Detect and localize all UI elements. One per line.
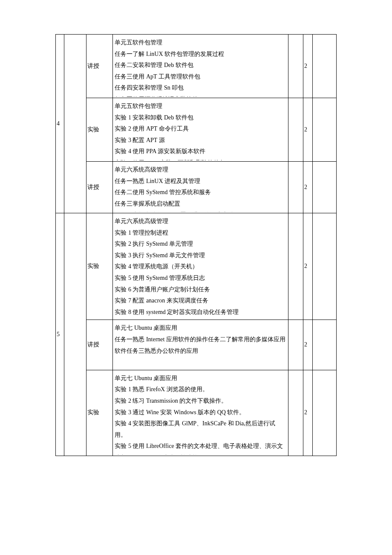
empty-col xyxy=(288,98,303,162)
content-cell: 单元六系统高级管理 任务一熟悉 LinUX 进程及其管理 任务二使用 SySte… xyxy=(113,162,288,213)
type-cell: 讲授 xyxy=(86,162,113,213)
empty-col xyxy=(312,213,336,320)
group-number: 5 xyxy=(56,213,64,456)
empty-col xyxy=(312,320,336,370)
hours-cell: 2 xyxy=(303,370,312,456)
empty-col xyxy=(288,320,303,370)
group-number: 4 xyxy=(56,35,64,213)
empty-col xyxy=(288,35,303,98)
empty-col xyxy=(64,35,86,213)
empty-col xyxy=(288,213,303,320)
empty-col xyxy=(288,162,303,213)
empty-col xyxy=(288,370,303,456)
hours-cell: 2 xyxy=(303,35,312,98)
empty-col xyxy=(64,213,86,456)
type-cell: 实验 xyxy=(86,213,113,320)
content-cell: 单元六系统高级管理 实验 1 管理控制进程 实验 2 执行 SyStemd 单元… xyxy=(113,213,288,320)
content-cell: 单元五软件包管理 实验 1 安装和卸载 Deb 软件包 实验 2 使用 APT … xyxy=(113,98,288,162)
hours-cell: 2 xyxy=(303,320,312,370)
content-cell: 单元七 Ubuntu 桌面应用 实验 1 熟悉 FirefoX 浏览器的使用。 … xyxy=(113,370,288,456)
empty-col xyxy=(312,162,336,213)
empty-col xyxy=(312,370,336,456)
type-cell: 实验 xyxy=(86,370,113,456)
hours-cell: 2 xyxy=(303,98,312,162)
hours-cell: 2 xyxy=(303,213,312,320)
content-cell: 单元七 Ubuntu 桌面应用 任务一熟悉 Internet 应用软件的操作任务… xyxy=(113,320,288,370)
course-schedule-table: 4 讲授 单元五软件包管理 任务一了解 LinUX 软件包管理的发展过程 任务二… xyxy=(55,34,337,456)
type-cell: 讲授 xyxy=(86,320,113,370)
empty-col xyxy=(312,35,336,98)
type-cell: 实验 xyxy=(86,98,113,162)
type-cell: 讲授 xyxy=(86,35,113,98)
hours-cell: 2 xyxy=(303,162,312,213)
content-cell: 单元五软件包管理 任务一了解 LinUX 软件包管理的发展过程 任务二安装和管理… xyxy=(113,35,288,98)
empty-col xyxy=(312,98,336,162)
